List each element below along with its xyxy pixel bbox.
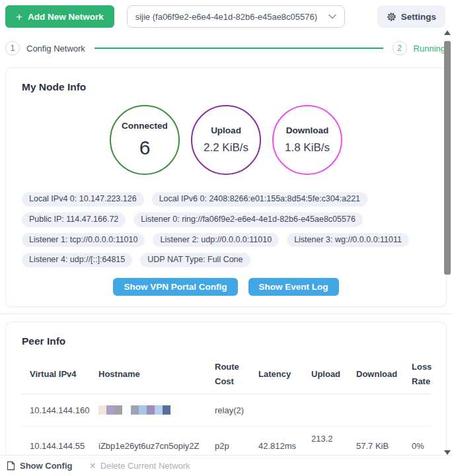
- vertical-scrollbar[interactable]: [443, 30, 451, 455]
- tag-row: Local IPv4 0: 10.147.223.126 Local IPv6 …: [22, 192, 430, 207]
- node-tags: Local IPv4 0: 10.147.223.126 Local IPv6 …: [22, 192, 430, 267]
- connected-value: 6: [139, 137, 151, 159]
- tag-udp-nat-type: UDP NAT Type: Full Cone: [140, 253, 250, 267]
- tag-listener-3: Listener 3: wg://0.0.0.0:11011: [287, 233, 409, 248]
- node-actions: Show VPN Portal Config Show Event Log: [22, 278, 430, 296]
- peer-table: Virtual IPv4 Hostname Route Cost Latency…: [22, 355, 430, 465]
- show-config-button[interactable]: Show Config: [7, 461, 72, 471]
- cell-route-cost: p2p: [215, 441, 258, 451]
- connected-label: Connected: [122, 121, 168, 131]
- node-stats: Connected 6 Upload 2.2 KiB/s Download 1.…: [22, 105, 430, 175]
- step-2-circle[interactable]: 2: [393, 41, 407, 55]
- cell-upload: 213.2: [311, 434, 356, 444]
- settings-button[interactable]: Settings: [377, 5, 445, 28]
- bottom-toolbar: Show Config × Delete Current Network: [0, 455, 452, 476]
- cell-loss-rate: 0%: [412, 441, 430, 451]
- tag-listener-2: Listener 2: udp://0.0.0.0:11010: [153, 233, 279, 248]
- settings-label: Settings: [401, 12, 436, 22]
- cell-hostname: iZbp1e26yt6uz7cn5opiy2Z: [98, 441, 215, 451]
- download-label: Download: [286, 125, 329, 135]
- network-select-value: sijie (fa06f9e2-e6e4-4e1d-82b6-e45ae8c05…: [135, 12, 317, 22]
- document-icon: [7, 461, 15, 471]
- step-1-label: Config Network: [26, 44, 85, 53]
- tag-row: Listener 4: udp://[::]:64815 UDP NAT Typ…: [22, 253, 430, 267]
- delete-network-label: Delete Current Network: [100, 461, 190, 471]
- tag-local-ipv6: Local IPv6 0: 2408:8266:e01:155a:8d54:5f…: [152, 192, 367, 207]
- chevron-down-icon: [328, 14, 336, 19]
- section-divider: [0, 314, 452, 314]
- tag-local-ipv4: Local IPv4 0: 10.147.223.126: [22, 192, 144, 207]
- top-toolbar: + Add New Network sijie (fa06f9e2-e6e4-4…: [0, 0, 452, 33]
- show-config-label: Show Config: [20, 461, 72, 471]
- col-route-cost: Route Cost: [215, 360, 258, 389]
- col-download: Download: [356, 367, 412, 382]
- delete-current-network-button[interactable]: × Delete Current Network: [89, 461, 190, 471]
- cell-route-cost: relay(2): [215, 405, 258, 415]
- cell-download: 57.7 KiB: [356, 441, 412, 451]
- cell-virtual-ipv4: 10.144.144.55: [30, 441, 98, 451]
- scrollbar-thumb[interactable]: [444, 41, 451, 275]
- peer-info-title: Peer Info: [22, 335, 430, 347]
- cell-virtual-ipv4: 10.144.144.160: [30, 405, 98, 415]
- tag-public-ip: Public IP: 114.47.166.72: [22, 213, 126, 227]
- col-loss-rate: Loss Rate: [412, 360, 437, 389]
- tag-row: Public IP: 114.47.166.72 Listener 0: rin…: [22, 213, 430, 227]
- step-indicator: 1 Config Network 2 Running: [0, 33, 452, 62]
- connected-stat-circle: Connected 6: [110, 105, 180, 175]
- table-row: 10.144.144.160 relay(2): [22, 394, 430, 426]
- tag-listener-1: Listener 1: tcp://0.0.0.0:11010: [22, 233, 145, 248]
- my-node-info-card: My Node Info Connected 6 Upload 2.2 KiB/…: [5, 67, 447, 307]
- upload-value: 2.2 KiB/s: [204, 141, 248, 154]
- col-hostname: Hostname: [98, 367, 215, 382]
- step-connector-line: [94, 48, 383, 49]
- upload-stat-circle: Upload 2.2 KiB/s: [191, 105, 261, 175]
- upload-label: Upload: [211, 125, 241, 135]
- tag-listener-0: Listener 0: ring://fa06f9e2-e6e4-4e1d-82…: [133, 213, 363, 227]
- step-2-label: Running: [414, 44, 445, 53]
- tag-row: Listener 1: tcp://0.0.0.0:11010 Listener…: [22, 233, 430, 248]
- add-new-network-button[interactable]: + Add New Network: [5, 5, 114, 28]
- download-value: 1.8 KiB/s: [285, 141, 330, 154]
- node-info-title: My Node Info: [22, 81, 430, 93]
- step-1-number: 1: [11, 44, 15, 53]
- peer-info-card: Peer Info Virtual IPv4 Hostname Route Co…: [5, 322, 447, 465]
- cell-latency: 42.812ms: [258, 441, 311, 451]
- download-stat-circle: Download 1.8 KiB/s: [272, 105, 342, 175]
- gear-icon: [387, 12, 396, 22]
- redacted-hostname: [98, 405, 215, 415]
- show-vpn-portal-config-button[interactable]: Show VPN Portal Config: [113, 278, 237, 296]
- col-upload: Upload: [311, 367, 356, 382]
- close-icon: ×: [89, 461, 95, 471]
- show-event-log-button[interactable]: Show Event Log: [248, 278, 339, 296]
- network-select[interactable]: sijie (fa06f9e2-e6e4-4e1d-82b6-e45ae8c05…: [127, 5, 345, 28]
- app-window: + Add New Network sijie (fa06f9e2-e6e4-4…: [0, 0, 452, 465]
- step-2-number: 2: [397, 44, 402, 53]
- add-new-network-label: Add New Network: [28, 12, 104, 22]
- plus-icon: +: [16, 11, 22, 22]
- tag-listener-4: Listener 4: udp://[::]:64815: [22, 253, 132, 267]
- col-virtual-ipv4: Virtual IPv4: [30, 367, 98, 382]
- peer-table-header: Virtual IPv4 Hostname Route Cost Latency…: [22, 355, 430, 394]
- scroll-down-arrow-icon[interactable]: [444, 450, 451, 455]
- scroll-up-arrow-icon[interactable]: [444, 30, 451, 35]
- col-latency: Latency: [258, 367, 311, 382]
- step-1-circle[interactable]: 1: [5, 41, 20, 55]
